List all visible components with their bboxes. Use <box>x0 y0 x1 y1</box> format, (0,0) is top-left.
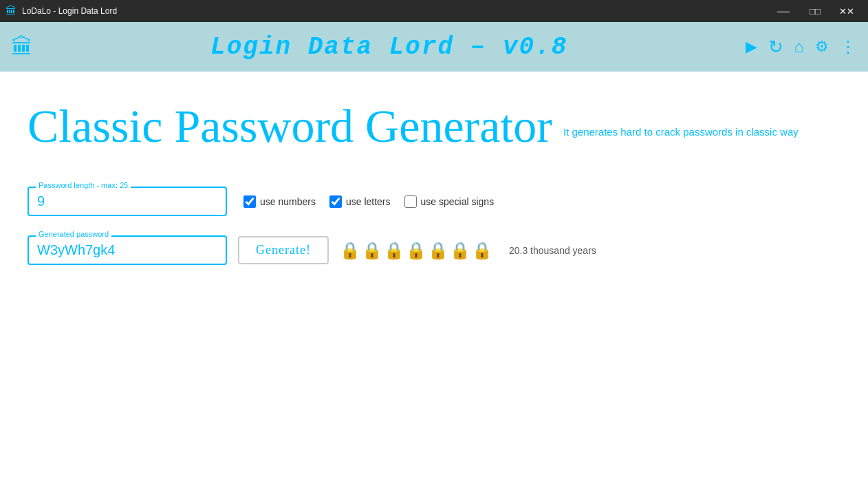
toolbar: 🏛 Login Data Lord – v0.8 ▶ ↻ ⌂ ⚙ ⋮ <box>0 22 868 72</box>
checkbox-numbers[interactable] <box>243 195 256 208</box>
password-length-field: Password length - max: 25 <box>28 187 227 216</box>
lock-icons: 🔒 🔒 🔒 🔒 🔒 🔒 🔒 <box>340 241 492 260</box>
page-title-text: Classic Password Generator <box>28 99 552 153</box>
strength-text: 20.3 thousand years <box>509 245 596 256</box>
checkbox-numbers-item[interactable]: use numbers <box>243 195 316 208</box>
lock-icon-1: 🔒 <box>340 241 360 260</box>
checkbox-special-label: use special signs <box>421 196 495 207</box>
lock-icon-6: 🔒 <box>450 241 470 260</box>
toolbar-logo: 🏛 <box>11 34 33 60</box>
maximize-button[interactable]: □ <box>799 0 831 22</box>
title-bar-text: LoDaLo - Login Data Lord <box>22 6 117 16</box>
generated-password-label: Generated password <box>36 230 111 238</box>
generated-password-field: Generated password <box>28 235 227 265</box>
play-button[interactable]: ▶ <box>746 38 757 56</box>
checkbox-letters[interactable] <box>329 195 342 208</box>
lock-icon-5: 🔒 <box>428 241 448 260</box>
app-icon: 🏛 <box>6 5 17 17</box>
main-content: Classic Password Generator It generates … <box>0 72 868 488</box>
home-button[interactable]: ⌂ <box>794 37 805 56</box>
generated-password-input[interactable] <box>37 242 217 258</box>
settings-button[interactable]: ⚙ <box>815 38 829 56</box>
more-button[interactable]: ⋮ <box>840 37 857 56</box>
lock-icon-7: 🔒 <box>472 241 492 260</box>
password-length-label: Password length - max: 25 <box>36 181 131 189</box>
generate-button[interactable]: Generate! <box>238 236 329 264</box>
lock-icon-3: 🔒 <box>384 241 404 260</box>
checkbox-letters-label: use letters <box>346 196 391 207</box>
checkbox-group: use numbers use letters use special sign… <box>243 195 494 208</box>
refresh-button[interactable]: ↻ <box>768 36 783 58</box>
toolbar-actions: ▶ ↻ ⌂ ⚙ ⋮ <box>746 36 858 58</box>
checkbox-letters-item[interactable]: use letters <box>329 195 391 208</box>
page-heading: Classic Password Generator It generates … <box>28 99 840 153</box>
title-bar-controls: ─ □ ✕ <box>768 0 862 22</box>
checkbox-special-item[interactable]: use special signs <box>404 195 495 208</box>
title-bar-left: 🏛 LoDaLo - Login Data Lord <box>6 5 117 17</box>
field-row-1: Password length - max: 25 use numbers us… <box>28 187 840 216</box>
password-length-input[interactable] <box>37 193 217 209</box>
checkbox-special[interactable] <box>404 195 417 208</box>
lock-icon-4: 🔒 <box>406 241 426 260</box>
close-button[interactable]: ✕ <box>831 0 862 22</box>
form-area: Password length - max: 25 use numbers us… <box>28 187 840 265</box>
lock-icon-2: 🔒 <box>362 241 382 260</box>
minimize-button[interactable]: ─ <box>768 0 799 22</box>
checkbox-numbers-label: use numbers <box>260 196 316 207</box>
title-bar: 🏛 LoDaLo - Login Data Lord ─ □ ✕ <box>0 0 868 22</box>
page-subtitle: It generates hard to crack passwords in … <box>563 126 799 138</box>
app-title: Login Data Lord – v0.8 <box>210 33 567 61</box>
generate-row: Generated password Generate! 🔒 🔒 🔒 🔒 🔒 🔒… <box>28 235 840 265</box>
